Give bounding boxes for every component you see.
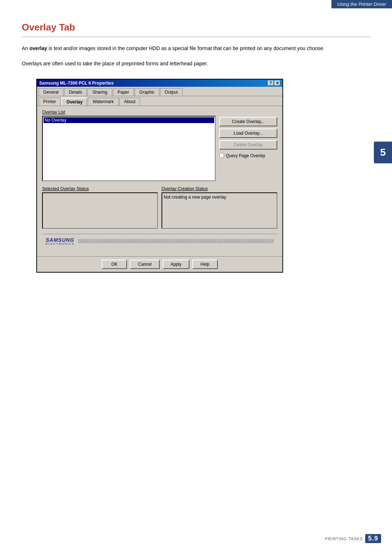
help-footer-button[interactable]: Help xyxy=(192,260,218,269)
help-button[interactable]: ? xyxy=(268,81,274,86)
dialog-footer: OK Cancel Apply Help xyxy=(37,256,282,272)
overlay-list-container: Overlay List No Overlay xyxy=(42,110,216,181)
close-button[interactable]: ✕ xyxy=(274,81,280,86)
overlay-list-label: Overlay List xyxy=(42,110,216,115)
query-page-overlay-checkbox[interactable] xyxy=(219,153,224,158)
page-title: Overlay Tab xyxy=(22,22,370,33)
tab-sharing[interactable]: Sharing xyxy=(87,88,112,96)
tab-watermark[interactable]: Watermark xyxy=(88,98,118,106)
tab-paper[interactable]: Paper xyxy=(113,88,134,96)
tab-about[interactable]: About xyxy=(119,98,140,106)
main-content: Overlay Tab An overlay is text and/or im… xyxy=(0,0,392,287)
query-page-overlay-row: Query Page Overlay xyxy=(219,153,277,158)
intro-paragraph-2: Overlays are often used to take the plac… xyxy=(22,60,370,68)
tab-overlay[interactable]: Overlay xyxy=(61,98,87,106)
section-label: Using the Printer Driver xyxy=(331,0,392,8)
tabs-row: General Details Sharing Paper Graphic Ou… xyxy=(37,87,282,96)
query-page-overlay-label: Query Page Overlay xyxy=(226,153,265,158)
title-divider xyxy=(22,37,370,37)
selected-overlay-status-box xyxy=(42,192,158,229)
samsung-logo: SAMSUNG ELECTRONICS xyxy=(46,237,74,245)
selected-overlay-status-label: Selected Overlay Status xyxy=(42,186,158,191)
dialog-titlebar: Samsung ML-7300 PCL 6 Properties ? ✕ xyxy=(37,80,282,87)
titlebar-buttons: ? ✕ xyxy=(268,81,280,86)
delete-overlay-button[interactable]: Delete Overlay xyxy=(219,140,277,150)
tab-details[interactable]: Details xyxy=(64,88,87,96)
intro-paragraph-1: An overlay is text and/or images stored … xyxy=(22,44,370,52)
intro-plain-1: An xyxy=(22,45,29,51)
samsung-sub-text: ELECTRONICS xyxy=(46,242,74,245)
selected-overlay-status-column: Selected Overlay Status xyxy=(42,186,158,229)
page-number: 5.9 xyxy=(365,534,381,543)
tab-general[interactable]: General xyxy=(38,88,64,96)
overlay-listbox[interactable]: No Overlay xyxy=(42,116,216,181)
properties-dialog: Samsung ML-7300 PCL 6 Properties ? ✕ Gen… xyxy=(36,79,283,273)
overlay-listbox-item[interactable]: No Overlay xyxy=(44,117,214,123)
ok-button[interactable]: OK xyxy=(102,260,127,269)
overlay-creation-status-value: Not creating a new page overlay xyxy=(164,195,226,200)
cancel-button[interactable]: Cancel xyxy=(130,260,159,269)
create-overlay-button[interactable]: Create Overlay... xyxy=(219,117,277,126)
overlay-section: Overlay List No Overlay Create Overlay..… xyxy=(42,110,277,181)
overlay-creation-status-box: Not creating a new page overlay xyxy=(162,192,277,229)
printing-tasks-label: Printing Tasks xyxy=(325,537,363,541)
overlay-creation-status-column: Overlay Creation Status Not creating a n… xyxy=(162,186,277,229)
overlay-creation-status-label: Overlay Creation Status xyxy=(162,186,277,191)
samsung-logo-area: SAMSUNG ELECTRONICS xyxy=(42,234,277,248)
dialog-title: Samsung ML-7300 PCL 6 Properties xyxy=(39,81,114,86)
samsung-bar xyxy=(78,239,274,243)
dialog-body: Overlay List No Overlay Create Overlay..… xyxy=(37,106,282,256)
tabs-row-2: Printer Overlay Watermark About xyxy=(37,96,282,106)
chapter-tab: 5 xyxy=(374,142,392,163)
page-reference: Printing Tasks 5.9 xyxy=(325,534,381,543)
apply-button[interactable]: Apply xyxy=(163,260,189,269)
tab-printer[interactable]: Printer xyxy=(38,98,61,106)
overlay-buttons: Create Overlay... Load Overlay... Delete… xyxy=(219,110,277,181)
status-section: Selected Overlay Status Overlay Creation… xyxy=(42,186,277,229)
tab-graphic[interactable]: Graphic xyxy=(135,88,159,96)
intro-bold: overlay xyxy=(29,45,47,51)
tab-output[interactable]: Output xyxy=(160,88,183,96)
intro-rest: is text and/or images stored in the comp… xyxy=(47,45,324,51)
load-overlay-button[interactable]: Load Overlay... xyxy=(219,129,277,138)
